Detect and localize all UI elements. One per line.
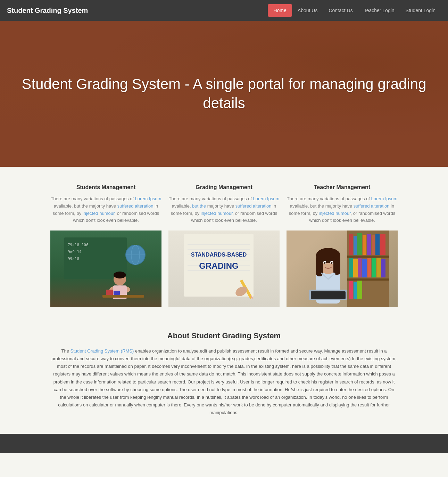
footer <box>0 434 448 453</box>
classroom-background: 79×18 106 9×9 14 99×18 <box>50 231 161 307</box>
svg-rect-35 <box>347 256 389 258</box>
svg-rect-30 <box>363 235 366 255</box>
nav-item-about[interactable]: About Us <box>292 4 323 17</box>
lorem-link-1[interactable]: Lorem Ipsum <box>135 196 161 201</box>
svg-rect-31 <box>367 234 371 255</box>
svg-text:STANDARDS-BASED: STANDARDS-BASED <box>191 252 247 258</box>
svg-rect-52 <box>333 256 340 275</box>
svg-text:79×18  106: 79×18 106 <box>68 243 89 247</box>
svg-rect-27 <box>349 234 353 255</box>
nav-link-about[interactable]: About Us <box>292 4 323 17</box>
but-link-2[interactable]: but the <box>192 203 206 209</box>
hero-title: Student Grading System - A single portal… <box>7 75 441 113</box>
nav-menu: Home About Us Contact Us Teacher Login S… <box>268 4 441 17</box>
svg-rect-37 <box>353 259 358 277</box>
suffered-link-3[interactable]: suffered alteration <box>354 203 390 209</box>
suffered-link-2[interactable]: suffered alteration <box>235 203 272 209</box>
svg-point-9 <box>114 272 126 278</box>
feature-students: Students Management There are many varia… <box>50 184 161 307</box>
hero-section: Student Grading System - A single portal… <box>0 21 448 167</box>
nav-link-student-login[interactable]: Student Login <box>400 4 441 17</box>
feature-grading-title: Grading Management <box>168 184 280 191</box>
svg-rect-38 <box>358 258 362 277</box>
feature-teacher-title: Teacher Management <box>287 184 398 191</box>
about-container: About Student Grading System The Student… <box>50 331 398 417</box>
svg-rect-33 <box>375 234 380 255</box>
rms-link[interactable]: Student Grading System (RMS) <box>70 348 134 354</box>
nav-link-contact[interactable]: Contact Us <box>323 4 358 17</box>
features-section: Students Management There are many varia… <box>0 167 448 317</box>
svg-text:99×18: 99×18 <box>68 257 79 261</box>
svg-text:GRADING: GRADING <box>199 261 238 270</box>
svg-point-55 <box>324 262 326 264</box>
svg-rect-45 <box>349 281 353 299</box>
feature-teacher-text: There are many variations of passages of… <box>287 195 398 224</box>
injected-link-1[interactable]: injected humour <box>83 211 115 216</box>
svg-rect-34 <box>380 234 385 255</box>
nav-item-student-login[interactable]: Student Login <box>400 4 441 17</box>
grading-svg: STANDARDS-BASED GRADING <box>177 231 271 307</box>
svg-rect-40 <box>367 258 371 277</box>
about-title: About Student Grading System <box>50 331 398 340</box>
features-grid: Students Management There are many varia… <box>50 184 398 307</box>
nav-link-home[interactable]: Home <box>268 4 292 17</box>
svg-rect-44 <box>347 278 389 281</box>
nav-item-home[interactable]: Home <box>268 4 292 17</box>
svg-rect-12 <box>106 290 113 295</box>
svg-rect-28 <box>354 236 357 255</box>
feature-students-title: Students Management <box>50 184 161 191</box>
injected-link-2[interactable]: injected humour <box>201 211 233 216</box>
navbar: Student Grading System Home About Us Con… <box>0 0 448 21</box>
svg-rect-43 <box>381 259 385 277</box>
feature-students-image: 79×18 106 9×9 14 99×18 <box>50 231 161 307</box>
library-background <box>287 231 398 307</box>
nav-item-teacher-login[interactable]: Teacher Login <box>358 4 400 17</box>
lorem-link-3[interactable]: Lorem Ipsum <box>371 196 397 201</box>
lorem-link-2[interactable]: Lorem Ipsum <box>253 196 279 201</box>
svg-rect-36 <box>349 258 353 277</box>
brand: Student Grading System <box>7 7 268 15</box>
nav-link-teacher-login[interactable]: Teacher Login <box>358 4 400 17</box>
feature-grading-image: STANDARDS-BASED GRADING <box>168 231 280 307</box>
svg-rect-42 <box>376 258 381 277</box>
feature-teacher: Teacher Management There are many variat… <box>287 184 398 307</box>
svg-rect-58 <box>311 291 346 299</box>
feature-grading: Grading Management There are many variat… <box>168 184 280 307</box>
svg-rect-39 <box>362 259 367 277</box>
svg-rect-32 <box>372 235 375 255</box>
hero-content: Student Grading System - A single portal… <box>0 68 448 120</box>
svg-point-56 <box>331 262 333 264</box>
suffered-link-1[interactable]: suffered alteration <box>117 203 154 209</box>
library-svg <box>295 231 389 307</box>
svg-rect-11 <box>102 295 144 298</box>
classroom-svg: 79×18 106 9×9 14 99×18 <box>61 234 151 304</box>
svg-rect-29 <box>357 233 362 255</box>
svg-rect-41 <box>372 258 376 277</box>
feature-students-text: There are many variations of passages of… <box>50 195 161 224</box>
grading-background: STANDARDS-BASED GRADING <box>168 231 280 307</box>
about-section: About Student Grading System The Student… <box>0 317 448 434</box>
feature-teacher-image <box>287 231 398 307</box>
svg-text:9×9    14: 9×9 14 <box>68 250 82 254</box>
feature-grading-text: There are many variations of passages of… <box>168 195 280 224</box>
svg-rect-13 <box>114 291 120 295</box>
nav-item-contact[interactable]: Contact Us <box>323 4 358 17</box>
svg-rect-46 <box>354 282 357 299</box>
about-text: The Student Grading System (RMS) enables… <box>50 347 398 417</box>
injected-link-3[interactable]: injected humour <box>319 211 351 216</box>
svg-rect-47 <box>357 281 362 299</box>
